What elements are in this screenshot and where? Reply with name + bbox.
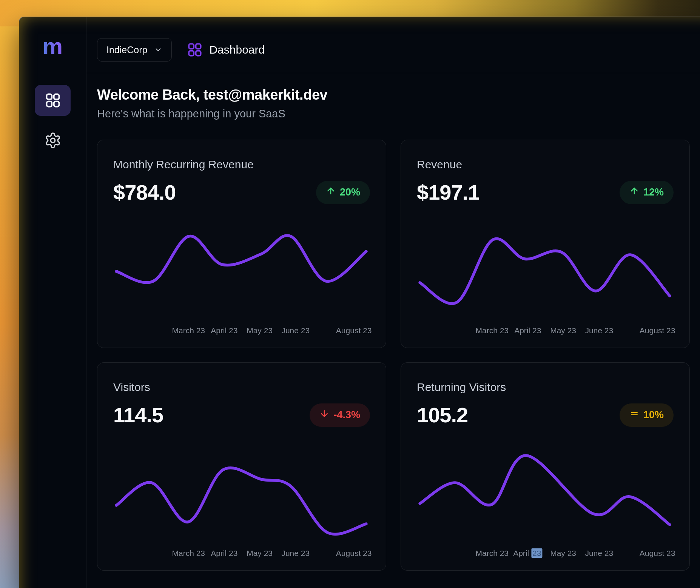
card-title: Visitors: [113, 381, 370, 394]
grid-icon: [45, 92, 61, 109]
axis-label: June 23: [281, 326, 310, 335]
value-row: $197.1 12%: [417, 180, 674, 205]
axis-label: May 23: [550, 326, 576, 335]
axis-label: June 23: [585, 549, 613, 558]
x-axis-labels: March 23April 23May 23June 23August 23: [417, 549, 674, 560]
axis-label: August 23: [336, 326, 372, 335]
line-chart: [417, 226, 674, 321]
axis-label: June 23: [281, 549, 310, 558]
axis-label: March 23: [172, 326, 205, 335]
sidebar-item-settings[interactable]: [35, 127, 71, 154]
axis-label: August 23: [640, 549, 675, 558]
welcome-heading: Welcome Back, test@makerkit.dev: [97, 87, 690, 103]
card-returning-visitors: Returning Visitors 105.2 10% March 23Apr…: [401, 362, 690, 571]
trend-icon: [319, 409, 329, 421]
app-window: m IndieCorp: [19, 17, 700, 588]
metric-value: $197.1: [417, 180, 479, 205]
trend-label: -4.3%: [333, 409, 360, 421]
arrow-down-icon: [319, 409, 329, 419]
value-row: 114.5 -4.3%: [113, 403, 370, 427]
gear-icon: [44, 132, 62, 149]
chevron-down-icon: [154, 46, 162, 54]
card-visitors: Visitors 114.5 -4.3% March 23April 23May…: [97, 362, 386, 571]
top-bar: IndieCorp Dashboard: [86, 17, 700, 73]
makerkit-logo: m: [43, 35, 63, 58]
card-title: Returning Visitors: [417, 381, 674, 394]
x-axis-labels: March 23April 23May 23June 23August 23: [417, 326, 674, 337]
trend-label: 20%: [340, 186, 360, 198]
card-title: Revenue: [417, 158, 674, 171]
dashboard-grid-icon: [187, 42, 203, 58]
workspace-name: IndieCorp: [106, 45, 147, 55]
axis-label: April 23: [211, 326, 237, 335]
axis-label: April 23: [514, 326, 541, 335]
page-title: Dashboard: [209, 43, 265, 56]
x-axis-labels: March 23April 23May 23June 23August 23: [113, 549, 370, 560]
axis-label: April 23: [513, 549, 542, 558]
arrow-up-icon: [629, 186, 639, 196]
axis-label: May 23: [247, 326, 273, 335]
card-revenue: Revenue $197.1 12% March 23April 23May 2…: [401, 140, 690, 348]
axis-label: March 23: [475, 549, 509, 558]
trend-badge: 12%: [620, 181, 674, 204]
axis-label: March 23: [172, 549, 205, 558]
axis-label: April 23: [211, 549, 237, 558]
sidebar: m: [19, 17, 86, 588]
welcome-subtitle: Here's what is happening in your SaaS: [97, 108, 690, 120]
trend-badge: -4.3%: [310, 403, 370, 427]
trend-icon: [629, 409, 639, 421]
card-title: Monthly Recurring Revenue: [113, 158, 370, 171]
x-axis-labels: March 23April 23May 23June 23August 23: [113, 326, 370, 337]
workspace-selector-button[interactable]: IndieCorp: [97, 38, 172, 62]
trend-label: 12%: [643, 186, 664, 198]
axis-label: June 23: [585, 326, 613, 335]
metric-value: 105.2: [417, 403, 468, 427]
trend-label: 10%: [643, 409, 664, 421]
axis-label: May 23: [550, 549, 576, 558]
trend-badge: 10%: [620, 403, 674, 427]
axis-label: May 23: [247, 549, 273, 558]
metric-value: $784.0: [113, 180, 176, 205]
trend-icon: [326, 186, 336, 199]
equals-icon: [629, 409, 639, 419]
line-chart: [417, 449, 674, 543]
selected-axis-text: 23: [531, 548, 542, 558]
value-row: $784.0 20%: [113, 180, 370, 205]
main-area: IndieCorp Dashboard Welcome Back, test@m…: [86, 17, 700, 588]
line-chart: [113, 449, 370, 543]
value-row: 105.2 10%: [417, 403, 674, 427]
metrics-grid: Monthly Recurring Revenue $784.0 20% Mar…: [97, 140, 690, 571]
sidebar-item-dashboard[interactable]: [35, 85, 71, 116]
arrow-up-icon: [326, 186, 336, 196]
dashboard-content: Welcome Back, test@makerkit.dev Here's w…: [86, 73, 700, 571]
trend-icon: [629, 186, 639, 199]
metric-value: 114.5: [113, 403, 163, 427]
trend-badge: 20%: [316, 181, 370, 204]
axis-label: August 23: [640, 326, 675, 335]
breadcrumb: Dashboard: [187, 42, 265, 58]
axis-label: August 23: [336, 549, 372, 558]
axis-label: March 23: [475, 326, 509, 335]
line-chart: [113, 226, 370, 321]
card-monthly-recurring-revenue: Monthly Recurring Revenue $784.0 20% Mar…: [97, 140, 386, 348]
